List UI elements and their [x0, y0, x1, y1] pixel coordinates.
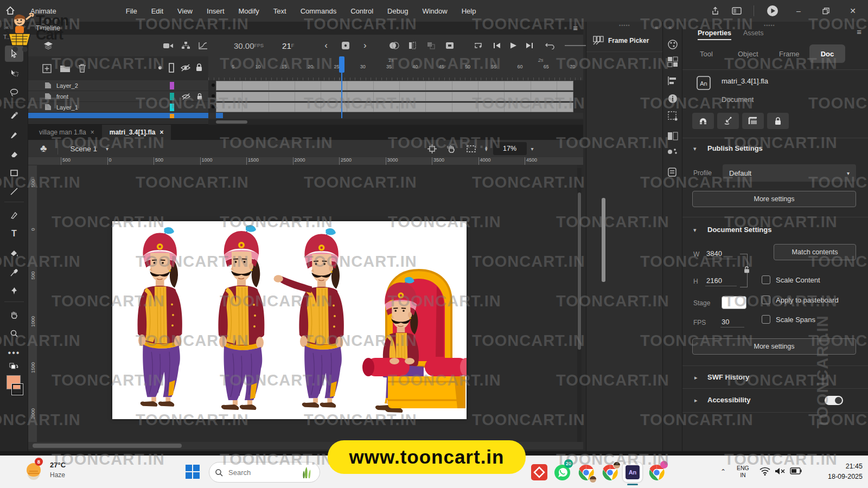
panel-grip[interactable]: •••••	[619, 23, 630, 28]
zoom-level-value[interactable]: 17%	[493, 142, 527, 155]
selected-frame[interactable]	[216, 113, 223, 118]
frame-picker-scrollbar[interactable]	[602, 198, 605, 282]
text-tool[interactable]: T	[5, 226, 23, 242]
scale-spans-checkbox[interactable]	[762, 315, 770, 324]
timeline-ruler[interactable]: 1s 2s 510152025303540455055606570	[208, 56, 583, 80]
panel-grip[interactable]: •••••	[764, 23, 775, 28]
subtab-object[interactable]: Object	[738, 50, 758, 58]
accessibility-toggle[interactable]	[825, 396, 843, 405]
swf-history-title[interactable]: SWF History	[707, 373, 749, 381]
zoom-dropdown-icon[interactable]: ▾	[531, 146, 534, 152]
menu-item[interactable]: Control	[350, 7, 373, 15]
menu-item[interactable]: Commands	[301, 7, 336, 15]
layer-color-swatch[interactable]	[170, 82, 174, 89]
symbol-icon[interactable]: ♣	[40, 143, 47, 155]
swf-expand-icon[interactable]: ▸	[694, 374, 698, 381]
layer-frames[interactable]	[208, 91, 583, 102]
layer-parenting-icon[interactable]	[181, 41, 190, 50]
share-icon[interactable]	[711, 7, 720, 16]
docset-collapse-icon[interactable]: ▾	[693, 227, 697, 234]
tab-matri[interactable]: matri_3.4[1].fla ×	[102, 125, 171, 140]
workspace-icon[interactable]	[732, 7, 742, 15]
apply-pasteboard-checkbox[interactable]	[762, 296, 770, 304]
zoom-tool[interactable]	[5, 325, 23, 342]
menu-item[interactable]: Insert	[207, 7, 225, 15]
partial-layer-swatch[interactable]	[170, 114, 174, 118]
menu-item[interactable]: View	[177, 7, 193, 15]
rectangle-tool[interactable]	[5, 165, 23, 181]
tab-village-man[interactable]: village man 1.fla ×	[31, 125, 102, 140]
menu-item[interactable]: Debug	[387, 7, 408, 15]
scene-dropdown-icon[interactable]: ▾	[106, 146, 108, 152]
history-icon[interactable]	[667, 167, 678, 178]
restore-button[interactable]	[818, 8, 833, 15]
graph-editor-icon[interactable]	[198, 42, 208, 50]
taskbar-chrome-3[interactable]	[647, 463, 666, 482]
menu-item[interactable]: Help	[462, 7, 476, 15]
loop-icon[interactable]	[473, 41, 483, 50]
timeline-menu-icon[interactable]: ≡	[573, 23, 578, 33]
step-forward-icon[interactable]: ›	[363, 40, 367, 51]
prev-frame-icon[interactable]	[493, 42, 501, 49]
stage-pasteboard[interactable]	[37, 165, 577, 442]
publish-more-settings-button[interactable]: More settings	[692, 191, 856, 207]
taskbar-app-red[interactable]	[529, 463, 549, 482]
wifi-icon[interactable]	[760, 467, 770, 476]
play-icon[interactable]	[509, 42, 517, 49]
menu-item[interactable]: Edit	[151, 7, 163, 15]
classic-brush-tool[interactable]	[5, 127, 23, 143]
height-value[interactable]: 2160	[705, 277, 737, 286]
center-stage-icon[interactable]	[427, 144, 437, 153]
align-icon[interactable]	[667, 76, 678, 86]
search-input[interactable]	[227, 468, 292, 477]
taskbar-chrome-2[interactable]	[600, 463, 620, 482]
accessibility-title[interactable]: Accessibility	[707, 396, 751, 404]
lasso-tool[interactable]	[5, 85, 23, 101]
start-button[interactable]	[184, 464, 201, 480]
fps-doc-value[interactable]: 30	[720, 318, 744, 328]
taskbar-animate-active[interactable]: An	[623, 463, 642, 482]
eraser-tool[interactable]	[5, 146, 23, 163]
stage-canvas[interactable]	[112, 221, 467, 419]
brush-library-icon[interactable]	[667, 131, 678, 141]
tab-close-icon[interactable]: ×	[91, 129, 94, 136]
collapse-panel-icon[interactable]: «	[655, 24, 658, 30]
fluid-brush-tool[interactable]	[5, 107, 23, 124]
current-frame-value[interactable]: 21	[282, 41, 291, 50]
playhead-head[interactable]	[339, 56, 344, 73]
stage-color-swatch[interactable]	[722, 296, 746, 309]
show-all-dot-icon[interactable]	[158, 66, 162, 69]
onion-skin-icon[interactable]	[388, 41, 399, 50]
taskbar-chrome-1[interactable]	[576, 463, 596, 482]
test-movie-button[interactable]	[766, 4, 779, 17]
subselection-tool[interactable]	[5, 65, 23, 81]
publish-collapse-icon[interactable]: ▾	[693, 145, 697, 152]
layer-frames[interactable]	[208, 102, 583, 113]
timeline-scrollbar[interactable]	[208, 119, 583, 125]
pen-tool[interactable]	[5, 207, 23, 223]
publish-settings-title[interactable]: Publish Settings	[707, 144, 763, 152]
subtab-frame[interactable]: Frame	[779, 50, 800, 58]
subtab-tool[interactable]: Tool	[700, 50, 713, 58]
scale-content-checkbox[interactable]	[762, 275, 770, 284]
color-icon[interactable]	[667, 39, 678, 50]
panel-menu-icon[interactable]: ≡	[857, 27, 861, 36]
create-keyframe-icon[interactable]	[445, 41, 455, 50]
layer-color-swatch[interactable]	[170, 93, 174, 100]
motion-presets-icon[interactable]	[667, 147, 678, 156]
menu-item[interactable]: Text	[273, 7, 286, 15]
zoom-stepper[interactable]: ▴▾	[485, 146, 488, 152]
onion-skin-outline-icon[interactable]	[408, 41, 418, 50]
snap-magnet-toggle[interactable]	[692, 113, 714, 129]
document-settings-title[interactable]: Document Settings	[707, 226, 771, 234]
close-button[interactable]: ✕	[845, 7, 860, 15]
center-frame-icon[interactable]	[341, 41, 350, 50]
layer-row[interactable]: Layer_2	[28, 80, 208, 91]
outline-column-icon[interactable]	[168, 63, 175, 73]
edit-multiple-frames-icon[interactable]	[426, 41, 436, 50]
line-tool[interactable]	[5, 183, 23, 200]
accessibility-expand-icon[interactable]: ▸	[694, 397, 698, 404]
snap-to-objects-toggle[interactable]	[717, 113, 739, 129]
info-icon[interactable]	[667, 93, 678, 104]
layer-row[interactable]: Layer_1	[28, 102, 208, 113]
